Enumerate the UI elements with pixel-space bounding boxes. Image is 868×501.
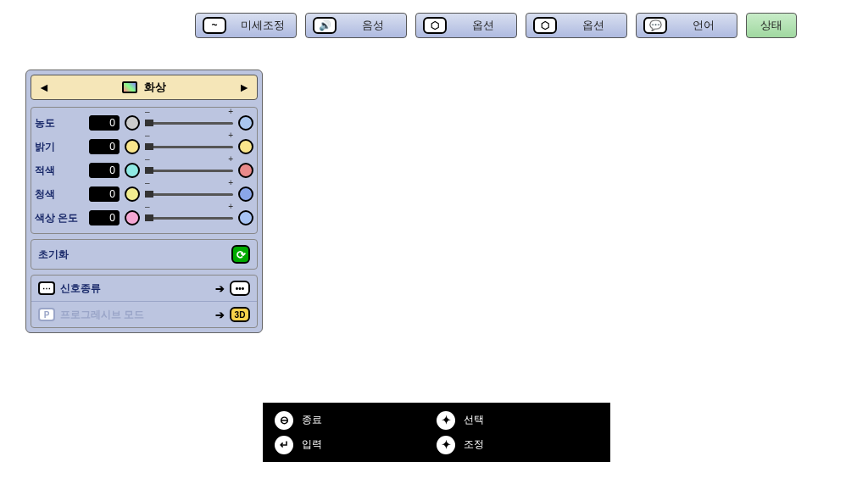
menu-title: 화상 bbox=[144, 80, 166, 95]
slider-label: 밝기 bbox=[35, 140, 84, 154]
help-label: 선택 bbox=[464, 413, 484, 427]
enter-icon: ↵ bbox=[275, 436, 293, 454]
slider-label: 농도 bbox=[35, 116, 84, 131]
slider-value: 0 bbox=[89, 115, 120, 131]
option-group: ⋯ 신호종류 ➔ ••• P 프로그레시브 모드 ➔ 3D bbox=[31, 275, 258, 328]
yellow-swatch-icon bbox=[125, 186, 140, 202]
tab-label: 언어 bbox=[677, 18, 730, 33]
slider-track[interactable] bbox=[145, 210, 233, 225]
speaker-icon: 🔊 bbox=[313, 17, 337, 34]
blue-swatch-icon bbox=[238, 186, 253, 202]
slider-track[interactable] bbox=[145, 163, 233, 178]
cube-icon: ⬡ bbox=[423, 17, 447, 34]
bottom-help-bar: ⊖ 종료 ✦ 선택 ↵ 입력 ✦ 조정 bbox=[263, 403, 610, 462]
swatch-right-icon bbox=[238, 115, 253, 131]
speech-icon: 💬 bbox=[643, 17, 667, 34]
tab-option-2[interactable]: ⬡ 옵션 bbox=[526, 13, 627, 38]
swatch-left-icon bbox=[125, 115, 140, 131]
red-swatch-icon bbox=[238, 163, 253, 178]
picture-menu-panel: ◄ 화상 ► 농도 0 밝기 0 적색 0 청색 bbox=[25, 70, 263, 333]
p-icon: P bbox=[38, 308, 55, 321]
slider-group: 농도 0 밝기 0 적색 0 청색 0 색상 온도 bbox=[31, 107, 258, 234]
slider-value: 0 bbox=[89, 210, 120, 225]
slider-track[interactable] bbox=[145, 139, 233, 154]
slider-track[interactable] bbox=[145, 115, 233, 131]
tab-fine-adjust[interactable]: ~ 미세조정 bbox=[195, 13, 297, 38]
slider-track[interactable] bbox=[145, 186, 233, 202]
reset-label: 초기화 bbox=[38, 248, 69, 262]
signal-icon: ⋯ bbox=[38, 281, 55, 295]
slider-color-temp[interactable]: 색상 온도 0 bbox=[35, 206, 253, 230]
tab-label: 옵션 bbox=[567, 18, 620, 33]
option-signal-type[interactable]: ⋯ 신호종류 ➔ ••• bbox=[31, 276, 257, 302]
help-label: 입력 bbox=[302, 437, 322, 452]
tab-option-1[interactable]: ⬡ 옵션 bbox=[415, 13, 517, 38]
menu-header: ◄ 화상 ► bbox=[31, 75, 258, 100]
select-icon: ✦ bbox=[437, 411, 455, 430]
option-label: 프로그레시브 모드 bbox=[60, 308, 210, 322]
cyan-swatch-icon bbox=[125, 163, 140, 178]
help-enter: ↵ 입력 bbox=[275, 432, 437, 457]
next-arrow-icon[interactable]: ► bbox=[238, 81, 250, 94]
cube-icon: ⬡ bbox=[533, 17, 557, 34]
tab-label: 음성 bbox=[347, 18, 399, 33]
slider-value: 0 bbox=[89, 139, 120, 154]
slider-blue[interactable]: 청색 0 bbox=[35, 182, 253, 206]
tab-audio[interactable]: 🔊 음성 bbox=[305, 13, 407, 38]
slider-label: 적색 bbox=[35, 164, 84, 178]
wave-icon: ~ bbox=[203, 17, 226, 34]
sun-bright-icon bbox=[238, 139, 253, 154]
tab-label: 상태 bbox=[754, 18, 789, 33]
tab-label: 미세조정 bbox=[236, 18, 289, 33]
help-adjust: ✦ 조정 bbox=[437, 432, 598, 457]
slider-label: 색상 온도 bbox=[35, 211, 84, 225]
help-label: 조정 bbox=[464, 437, 484, 452]
slider-value: 0 bbox=[89, 163, 120, 178]
tab-bar: ~ 미세조정 🔊 음성 ⬡ 옵션 ⬡ 옵션 💬 언어 상태 bbox=[195, 13, 797, 38]
three-d-icon: 3D bbox=[230, 307, 250, 322]
tv-icon bbox=[122, 81, 137, 93]
help-label: 종료 bbox=[302, 413, 322, 427]
slider-density[interactable]: 농도 0 bbox=[35, 111, 253, 135]
flower-warm-icon bbox=[125, 210, 140, 225]
arrow-right-icon: ➔ bbox=[215, 282, 225, 295]
reset-row[interactable]: 초기화 ⟳ bbox=[31, 239, 258, 270]
tab-language[interactable]: 💬 언어 bbox=[636, 13, 737, 38]
slider-red[interactable]: 적색 0 bbox=[35, 159, 253, 182]
prev-arrow-icon[interactable]: ◄ bbox=[38, 81, 50, 94]
help-select: ✦ 선택 bbox=[437, 408, 598, 432]
flower-cool-icon bbox=[238, 210, 253, 225]
arrow-right-icon: ➔ bbox=[215, 309, 225, 321]
option-label: 신호종류 bbox=[60, 281, 210, 296]
slider-label: 청색 bbox=[35, 187, 84, 202]
option-progressive-mode[interactable]: P 프로그레시브 모드 ➔ 3D bbox=[31, 302, 257, 327]
help-exit: ⊖ 종료 bbox=[275, 408, 437, 432]
slider-brightness[interactable]: 밝기 0 bbox=[35, 135, 253, 159]
menu-title-group: 화상 bbox=[122, 80, 166, 95]
adjust-icon: ✦ bbox=[437, 436, 455, 454]
exit-icon: ⊖ bbox=[275, 411, 293, 430]
rgb-dots-icon: ••• bbox=[230, 281, 250, 296]
tab-status[interactable]: 상태 bbox=[746, 13, 797, 38]
reload-icon: ⟳ bbox=[231, 245, 250, 264]
tab-label: 옵션 bbox=[457, 18, 509, 33]
slider-value: 0 bbox=[89, 186, 120, 202]
sun-dim-icon bbox=[125, 139, 140, 154]
